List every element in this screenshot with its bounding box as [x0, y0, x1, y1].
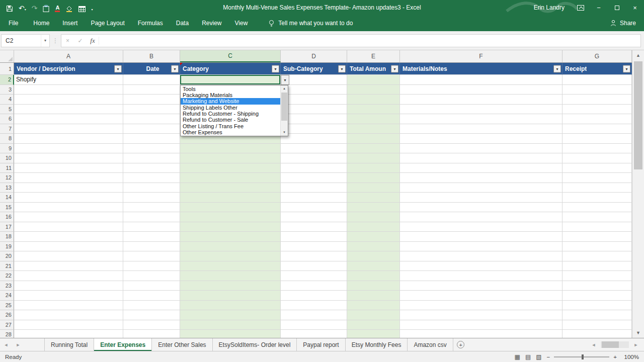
cell-F3[interactable] — [400, 85, 562, 95]
normal-view-icon[interactable]: ▦ — [515, 353, 520, 360]
ribbon-display-options-icon[interactable] — [572, 0, 590, 15]
cell-D26[interactable] — [281, 310, 347, 320]
cell-D16[interactable] — [281, 212, 347, 222]
cell-A13[interactable] — [14, 183, 123, 193]
cell-E16[interactable] — [347, 212, 400, 222]
row-header-26[interactable]: 26 — [0, 310, 14, 320]
filter-button-icon[interactable]: ▾ — [553, 65, 561, 72]
row-header-7[interactable]: 7 — [0, 124, 14, 134]
column-header-C[interactable]: C — [180, 50, 281, 62]
qat-clipboard-icon[interactable] — [43, 3, 49, 12]
cell-D15[interactable] — [281, 203, 347, 213]
cell-C11[interactable] — [180, 163, 281, 173]
sheet-tab-enter-other-sales[interactable]: Enter Other Sales — [152, 338, 212, 351]
name-box[interactable]: C2 ▾ — [1, 34, 50, 47]
cell-C15[interactable] — [180, 203, 281, 213]
cell-D11[interactable] — [281, 163, 347, 173]
cell-A9[interactable] — [14, 144, 123, 154]
scroll-down-icon[interactable]: ▼ — [632, 328, 644, 338]
ribbon-tab-formulas[interactable]: Formulas — [131, 15, 170, 31]
dropdown-item-packaging-materials[interactable]: Packaging Materials — [181, 92, 280, 98]
vertical-scroll-thumb[interactable] — [634, 61, 642, 169]
cell-E27[interactable] — [347, 320, 400, 330]
cell-F20[interactable] — [400, 251, 562, 261]
cell-E22[interactable] — [347, 271, 400, 281]
cell-G21[interactable] — [562, 261, 632, 272]
cell-A21[interactable] — [14, 261, 123, 272]
cell-F27[interactable] — [400, 320, 562, 330]
cell-C24[interactable] — [180, 291, 281, 301]
cell-A17[interactable] — [14, 222, 123, 232]
cell-A12[interactable] — [14, 173, 123, 183]
cell-A11[interactable] — [14, 163, 123, 173]
customize-qat-icon[interactable]: ▾ — [91, 3, 93, 12]
row-header-15[interactable]: 15 — [0, 203, 14, 213]
cell-G13[interactable] — [562, 183, 632, 193]
column-header-D[interactable]: D — [281, 50, 347, 62]
qat-fill-color-icon[interactable] — [65, 3, 73, 12]
cell-A23[interactable] — [14, 281, 123, 291]
cell-F9[interactable] — [400, 144, 562, 154]
qat-table-icon[interactable] — [78, 3, 86, 12]
cell-B18[interactable] — [123, 232, 180, 242]
tell-me-box[interactable]: Tell me what you want to do — [268, 20, 353, 27]
cell-E12[interactable] — [347, 173, 400, 183]
ribbon-tab-page-layout[interactable]: Page Layout — [84, 15, 131, 31]
cell-F12[interactable] — [400, 173, 562, 183]
in-cell-dropdown-button[interactable]: ▾ — [281, 75, 289, 85]
cell-G24[interactable] — [562, 291, 632, 301]
cell-E15[interactable] — [347, 203, 400, 213]
qat-font-color-icon[interactable]: A — [55, 3, 60, 12]
cell-D9[interactable] — [281, 144, 347, 154]
cell-E25[interactable] — [347, 301, 400, 311]
insert-function-icon[interactable]: fx — [87, 37, 99, 45]
cell-F18[interactable] — [400, 232, 562, 242]
cell-B2[interactable] — [123, 75, 180, 85]
cell-B7[interactable] — [123, 124, 180, 134]
minimize-button[interactable]: − — [590, 0, 608, 15]
row-header-13[interactable]: 13 — [0, 183, 14, 193]
cell-G25[interactable] — [562, 301, 632, 311]
row-header-14[interactable]: 14 — [0, 193, 14, 203]
cell-A10[interactable] — [14, 153, 123, 163]
cell-G14[interactable] — [562, 193, 632, 203]
cell-E17[interactable] — [347, 222, 400, 232]
cell-D28[interactable] — [281, 330, 347, 338]
cell-A19[interactable] — [14, 242, 123, 252]
ribbon-tab-insert[interactable]: Insert — [56, 15, 84, 31]
cell-C21[interactable] — [180, 261, 281, 272]
row-header-18[interactable]: 18 — [0, 232, 14, 242]
tab-scroll-left-icon[interactable]: ◄ — [588, 342, 600, 347]
cell-G12[interactable] — [562, 173, 632, 183]
cell-E26[interactable] — [347, 310, 400, 320]
cell-E19[interactable] — [347, 242, 400, 252]
cell-D6[interactable] — [281, 114, 347, 124]
row-header-25[interactable]: 25 — [0, 301, 14, 311]
row-header-10[interactable]: 10 — [0, 153, 14, 163]
row-header-8[interactable]: 8 — [0, 134, 14, 144]
horizontal-scroll-thumb[interactable] — [602, 341, 619, 348]
new-sheet-button[interactable]: + — [453, 338, 468, 351]
header-cell-category[interactable]: Category▾ — [180, 63, 281, 75]
row-header-16[interactable]: 16 — [0, 212, 14, 222]
cell-B15[interactable] — [123, 203, 180, 213]
column-header-F[interactable]: F — [400, 50, 562, 62]
sheet-tab-enter-expenses[interactable]: Enter Expenses — [94, 338, 152, 351]
row-header-24[interactable]: 24 — [0, 291, 14, 301]
cell-C14[interactable] — [180, 193, 281, 203]
cell-F19[interactable] — [400, 242, 562, 252]
cell-C2[interactable] — [180, 75, 281, 85]
row-header-21[interactable]: 21 — [0, 261, 14, 272]
cell-D19[interactable] — [281, 242, 347, 252]
cell-B3[interactable] — [123, 85, 180, 95]
cell-C25[interactable] — [180, 301, 281, 311]
cell-D17[interactable] — [281, 222, 347, 232]
share-button[interactable]: Share — [610, 20, 644, 27]
cell-G18[interactable] — [562, 232, 632, 242]
cell-F5[interactable] — [400, 105, 562, 115]
cell-G5[interactable] — [562, 105, 632, 115]
cell-A16[interactable] — [14, 212, 123, 222]
dropdown-item-other-expenses[interactable]: Other Expenses — [181, 129, 280, 135]
cell-F11[interactable] — [400, 163, 562, 173]
cell-B24[interactable] — [123, 291, 180, 301]
